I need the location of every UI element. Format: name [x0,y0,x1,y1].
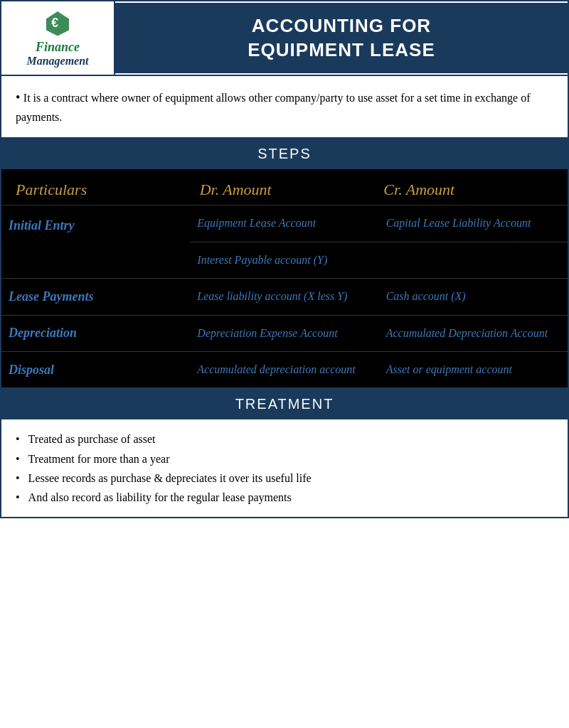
disposal-dr-col: Accumulated depreciation account [190,352,378,387]
depreciation-cr-item-1: Accumulated Depreciation Account [379,316,568,351]
lease-payments-cr-item-1: Cash account (X) [379,279,568,314]
initial-cr-col: Capital Lease Liability Account [379,205,568,278]
logo-finance-text: Finance [36,40,80,55]
col-particulars: Particulars [9,181,193,199]
intro-section: It is a contract where owner of equipmen… [1,76,568,139]
depreciation-cr-col: Accumulated Depreciation Account [379,316,568,351]
main-container: € Finance Management ACCOUNTING FOR EQUI… [0,0,569,518]
initial-entry-row: Initial Entry Equipment Lease Account In… [1,205,568,278]
bullet-2: • [16,449,20,469]
logo-icon: € [43,9,72,37]
header: € Finance Management ACCOUNTING FOR EQUI… [1,1,568,76]
logo-management-text: Management [26,55,88,68]
table-header-row: Particulars Dr. Amount Cr. Amount [1,169,568,205]
disposal-row: Disposal Accumulated depreciation accoun… [1,351,568,387]
initial-entry-label: Initial Entry [1,205,190,278]
initial-dr-col: Equipment Lease Account Interest Payable… [190,205,378,278]
lease-payments-cr-col: Cash account (X) [379,279,568,314]
col-cr: Cr. Amount [376,181,560,199]
intro-text: It is a contract where owner of equipmen… [16,87,553,126]
bullet-1: • [16,429,20,449]
disposal-cr-item-1: Asset or equipment account [379,352,568,387]
svg-text:€: € [51,16,58,30]
initial-cr-item-1: Capital Lease Liability Account [379,205,568,241]
title-area: ACCOUNTING FOR EQUIPMENT LEASE [115,3,568,74]
treatment-item-1: • Treated as purchase of asset [16,429,553,449]
depreciation-label: Depreciation [1,316,190,351]
treatment-item-2: • Treatment for more than a year [16,449,553,469]
initial-dr-item-2: Interest Payable account (Y) [190,242,378,278]
page-title: ACCOUNTING FOR EQUIPMENT LEASE [248,14,435,63]
disposal-cr-col: Asset or equipment account [379,352,568,387]
table-area: Particulars Dr. Amount Cr. Amount Initia… [1,169,568,387]
depreciation-dr-col: Depreciation Expense Account [190,316,378,351]
col-dr: Dr. Amount [193,181,377,199]
initial-dr-item-1: Equipment Lease Account [190,205,378,241]
initial-cr-item-2 [379,242,568,278]
treatment-list: • Treated as purchase of asset • Treatme… [1,419,568,517]
lease-payments-dr-item-1: Lease liability account (X less Y) [190,279,378,314]
steps-header: STEPS [1,139,568,169]
bullet-4: • [16,488,20,507]
treatment-header: TREATMENT [1,387,568,419]
treatment-item-4: • And also record as liability for the r… [16,488,553,507]
lease-payments-label: Lease Payments [1,279,190,314]
depreciation-dr-item-1: Depreciation Expense Account [190,316,378,351]
logo-area: € Finance Management [1,1,115,75]
lease-payments-row: Lease Payments Lease liability account (… [1,278,568,314]
disposal-dr-item-1: Accumulated depreciation account [190,352,378,387]
lease-payments-dr-col: Lease liability account (X less Y) [190,279,378,314]
treatment-item-3: • Lessee records as purchase & depreciat… [16,469,553,488]
disposal-label: Disposal [1,352,190,387]
bullet-3: • [16,469,20,488]
depreciation-row: Depreciation Depreciation Expense Accoun… [1,315,568,351]
